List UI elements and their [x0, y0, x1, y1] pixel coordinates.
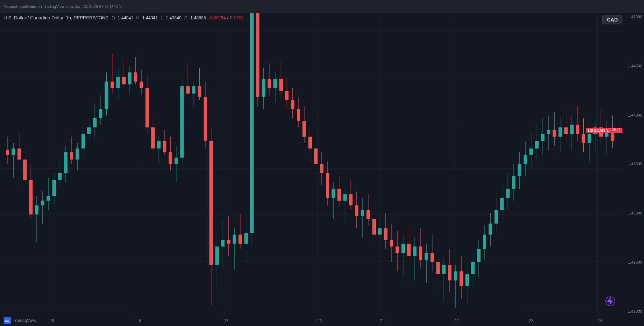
- time-label: 22: [454, 318, 459, 323]
- time-label: 21: [380, 318, 384, 323]
- time-label: 15: [50, 318, 54, 323]
- published-info: Rataash published on TradingView.com, Ja…: [4, 4, 122, 9]
- close-value: 1.43886: [190, 15, 206, 20]
- symbol-info: U.S. Dollar / Canadian Dollar, 1h, PEPPE…: [4, 15, 244, 20]
- open-value: 1.44041: [118, 15, 133, 20]
- price-label: 1.43500: [624, 162, 642, 166]
- top-bar: Rataash published on TradingView.com, Ja…: [0, 0, 644, 13]
- time-label: 23: [529, 318, 533, 323]
- low-value: 1.43840: [166, 15, 181, 20]
- price-label: 1.42500: [624, 260, 642, 264]
- tradingview-logo: TradingView: [4, 317, 36, 324]
- cad-button[interactable]: CAD: [602, 15, 622, 24]
- lightning-icon[interactable]: [605, 296, 615, 308]
- symbol-name: U.S. Dollar / Canadian Dollar, 1h, PEPPE…: [4, 15, 108, 20]
- high-label: H: [136, 15, 139, 20]
- price-label: 1.43000: [624, 211, 642, 215]
- high-value: 1.44041: [142, 15, 158, 20]
- time-axis: 1516172021222324: [0, 315, 622, 326]
- price-label: 1.44500: [624, 64, 642, 68]
- usdcad-time-tag: 28:45: [610, 128, 622, 132]
- price-label: 1.42000: [624, 309, 642, 313]
- tv-logo-icon: [4, 317, 11, 324]
- price-axis: 1.450001.445001.440001.435001.430001.425…: [622, 13, 644, 315]
- main-chart: [0, 13, 622, 315]
- time-label: 24: [598, 318, 602, 323]
- time-label: 16: [137, 318, 141, 323]
- time-label: 20: [318, 318, 322, 323]
- price-label: 1.44000: [624, 113, 642, 117]
- chart-container: Rataash published on TradingView.com, Ja…: [0, 0, 644, 326]
- time-label: 17: [224, 318, 228, 323]
- low-label: L: [161, 15, 163, 20]
- price-label: 1.45000: [624, 15, 642, 19]
- open-label: O: [111, 15, 115, 20]
- change-value: -0.00154 (-0.11%): [209, 15, 244, 20]
- tv-logo-text: TradingView: [13, 318, 36, 323]
- close-label: C: [184, 15, 187, 20]
